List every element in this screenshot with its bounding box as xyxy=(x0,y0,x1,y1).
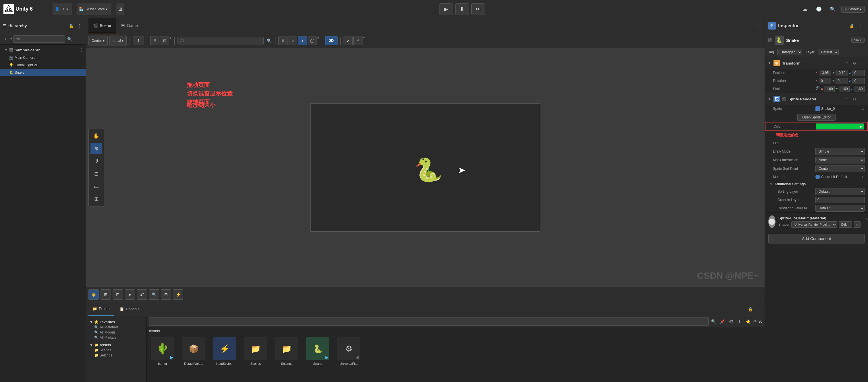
transform-more-btn[interactable]: ⋮ xyxy=(859,60,865,66)
sorting-layer-select[interactable]: Default xyxy=(815,188,865,195)
tag-select[interactable]: Untagged xyxy=(777,49,802,55)
sprite-renderer-more-btn[interactable]: ⋮ xyxy=(859,96,865,102)
tab-console[interactable]: 📋 Console xyxy=(116,302,144,316)
hierarchy-scene-item[interactable]: ▼ 🎬 SampleScene* ⋮ xyxy=(0,46,86,54)
count-input[interactable] xyxy=(133,36,144,45)
center-mode-button[interactable]: Center ▾ xyxy=(89,36,108,46)
layout-button[interactable]: ⊞ Layout ▾ xyxy=(841,6,865,12)
add-component-button[interactable]: Add Component xyxy=(768,234,865,243)
asset-barrier[interactable]: 🌵 ▶ barrier xyxy=(149,337,176,366)
rot-x-input[interactable] xyxy=(819,78,831,84)
scene-more-button[interactable]: ⋮ xyxy=(80,47,84,52)
all-materials-item[interactable]: 🔍 All Materials xyxy=(90,325,143,330)
assets-star-button[interactable]: ⭐ xyxy=(745,318,752,325)
history-button[interactable]: 🕐 xyxy=(814,4,824,14)
circle-bottom-button[interactable]: ● xyxy=(125,289,135,300)
material-help-btn[interactable]: ? xyxy=(863,215,868,223)
grid-bottom-button[interactable]: ⊡ xyxy=(113,289,123,300)
move-bottom-button[interactable]: ⊞ xyxy=(100,289,111,300)
hierarchy-item-main-camera[interactable]: 📷 Main Camera xyxy=(0,54,86,61)
asset-inputsystem[interactable]: ⚡ InputSyste... xyxy=(211,337,239,366)
hierarchy-search-icon[interactable]: 🔍 xyxy=(66,36,73,42)
gizmo-btn-4[interactable]: ◯ xyxy=(308,36,317,45)
hand-bottom-button[interactable]: ✋ xyxy=(89,289,99,300)
additional-settings-header[interactable]: ▼ Additional Settings xyxy=(765,181,868,187)
tabs-more-button[interactable]: ⋮ xyxy=(755,22,762,29)
asset-settings[interactable]: 📁 Settings xyxy=(273,337,301,366)
order-in-layer-input[interactable] xyxy=(815,197,865,203)
dock-bottom-button[interactable]: ⊟ xyxy=(161,289,171,300)
tab-scene[interactable]: 🎬 Scene xyxy=(89,19,116,33)
assets-search-button[interactable]: 🔍 xyxy=(710,318,717,325)
view-btn-2[interactable]: ⇄ xyxy=(353,36,363,45)
pos-y-input[interactable] xyxy=(836,70,847,76)
grid-button-2[interactable]: ⊡ xyxy=(160,36,169,45)
gizmo-btn-1[interactable]: ⊕ xyxy=(278,36,287,45)
transform-settings-btn[interactable]: ⚙ xyxy=(851,60,858,66)
scene-search-input[interactable] xyxy=(178,37,264,44)
hierarchy-add-button[interactable]: + xyxy=(2,36,9,42)
material-select-btn[interactable]: ⊙ xyxy=(862,175,865,179)
sprite-select-btn[interactable]: ⊙ xyxy=(862,107,865,111)
sprite-renderer-header[interactable]: ▼ 🖼 Sprite Renderer ? ⚙ ⋮ xyxy=(765,93,868,105)
fx-bottom-button[interactable]: ⚡ xyxy=(173,289,183,300)
scale-z-input[interactable] xyxy=(854,86,865,92)
play-button[interactable]: ▶ xyxy=(439,3,453,15)
all-prefabs-item[interactable]: 🔍 All Prefabs xyxy=(90,335,143,340)
hierarchy-item-snake[interactable]: 🐍 Snake xyxy=(0,69,86,76)
search-button[interactable]: 🔍 xyxy=(828,4,838,14)
local-mode-button[interactable]: Local ▾ xyxy=(110,36,127,46)
scale-lock-icon[interactable]: 🔗 xyxy=(815,86,820,92)
static-badge[interactable]: Static xyxy=(851,38,865,43)
pos-x-input[interactable] xyxy=(819,70,831,76)
transform-header[interactable]: ▼ ⊕ Transform ? ⚙ ⋮ xyxy=(765,57,868,69)
pause-button[interactable]: ⏸ xyxy=(455,3,469,15)
asset-scenes[interactable]: 📁 Scenes xyxy=(242,337,270,366)
hierarchy-search-input[interactable] xyxy=(13,35,65,43)
cloud-button[interactable]: ☁ xyxy=(800,4,810,14)
rot-z-input[interactable] xyxy=(852,78,865,84)
search-bottom-button[interactable]: 🔍 xyxy=(149,289,159,300)
tab-game[interactable]: 🎮 Game xyxy=(116,19,143,33)
inspector-more-button[interactable]: ⋮ xyxy=(857,22,865,30)
step-button[interactable]: ⏭ xyxy=(471,3,485,15)
mask-interaction-select[interactable]: None xyxy=(815,157,865,164)
view-btn-1[interactable]: ↙ xyxy=(343,36,353,45)
rendering-layer-select[interactable]: Default xyxy=(815,205,865,212)
object-active-checkbox[interactable] xyxy=(768,38,772,42)
open-sprite-editor-button[interactable]: Open Sprite Editor xyxy=(797,114,836,121)
hand-tool-button[interactable]: ✋ xyxy=(91,130,102,142)
settings-folder-item[interactable]: 📁 Settings xyxy=(90,353,143,358)
account-button[interactable]: C ▾ xyxy=(61,7,70,12)
bottom-lock-button[interactable]: 🔒 xyxy=(747,306,754,313)
rot-y-input[interactable] xyxy=(836,78,847,84)
paint-bottom-button[interactable]: 🖌 xyxy=(137,289,147,300)
asset-snake[interactable]: 🐍 ▶ Snake xyxy=(304,337,332,366)
sprite-renderer-settings-btn[interactable]: ⚙ xyxy=(851,96,858,102)
scale-y-input[interactable] xyxy=(839,86,849,92)
all-models-item[interactable]: 🔍 All Models xyxy=(90,330,143,335)
rect-tool-button[interactable]: ▭ xyxy=(91,181,102,192)
scale-tool-button[interactable]: ⊡ xyxy=(91,168,102,179)
gizmo-btn-3[interactable]: ● xyxy=(298,36,307,45)
asset-defaultvol[interactable]: 📦 DefaultVolu... xyxy=(180,337,207,366)
asset-store-button[interactable]: Asset Store ▾ xyxy=(85,7,109,12)
assets-tag-button[interactable]: 🏷 xyxy=(727,318,735,325)
pos-z-input[interactable] xyxy=(852,70,865,76)
sprite-sort-point-select[interactable]: Center xyxy=(815,165,865,172)
transform-tool-button[interactable]: ⊞ xyxy=(91,193,102,205)
transform-help-btn[interactable]: ? xyxy=(844,60,850,66)
tab-project[interactable]: 📁 Project xyxy=(89,302,114,316)
layer-select[interactable]: Default xyxy=(818,49,839,55)
assets-section-title[interactable]: ▼ 📁 Assets xyxy=(90,342,143,348)
shader-edit-button[interactable]: Edit... xyxy=(839,221,852,228)
hierarchy-more-button[interactable]: ⋮ xyxy=(76,22,83,29)
color-picker-box[interactable]: ▶ xyxy=(816,123,864,130)
scenes-folder-item[interactable]: 📁 Scenes xyxy=(90,348,143,353)
grid-button-1[interactable]: ⊞ xyxy=(150,36,159,45)
shader-select[interactable]: Universal Render Pipeli... xyxy=(791,221,837,228)
hierarchy-item-global-light[interactable]: 💡 Global Light 2D xyxy=(0,61,86,69)
assets-info-button[interactable]: ℹ xyxy=(736,318,743,325)
assets-filter-button[interactable]: 📌 xyxy=(719,318,726,325)
favorites-title[interactable]: ▼ ⭐ Favorites xyxy=(90,319,143,325)
